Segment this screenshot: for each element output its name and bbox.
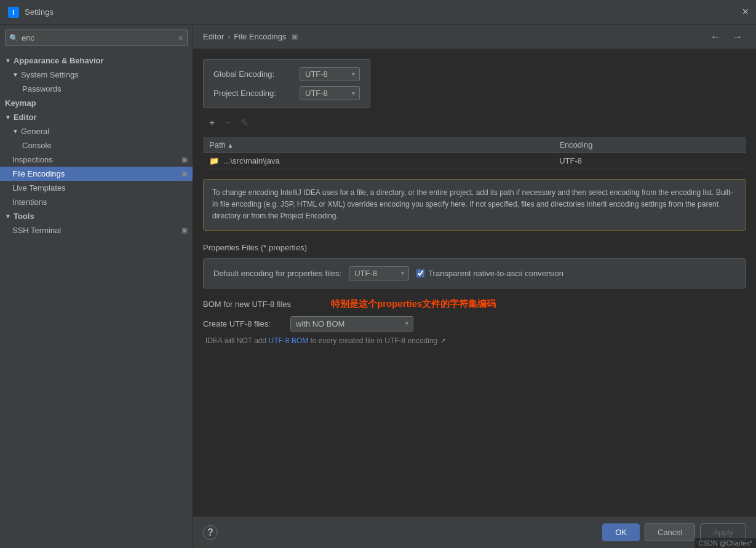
- properties-encoding-select-wrapper: UTF-8 UTF-16 ISO-8859-1: [349, 266, 409, 280]
- encoding-top-box: Global Encoding: UTF-8 UTF-16 ISO-8859-1…: [203, 59, 370, 108]
- csdn-watermark: CSDN @Charles*: [694, 538, 756, 548]
- sidebar-item-intentions[interactable]: Intentions: [0, 195, 193, 209]
- transparent-conversion-row: Transparent native-to-ascii conversion: [416, 269, 563, 278]
- edit-button[interactable]: ✎: [237, 116, 252, 130]
- bom-info-arrow: ↗: [440, 336, 446, 345]
- back-button[interactable]: ←: [707, 30, 724, 44]
- search-input[interactable]: [5, 30, 188, 46]
- sidebar-item-label: Tools: [14, 212, 34, 221]
- bom-select-wrapper: with NO BOM with BOM: [290, 316, 413, 332]
- sidebar-item-label: Keymap: [5, 98, 36, 108]
- sidebar-item-tools[interactable]: ▼ Tools: [0, 209, 193, 223]
- chevron-icon: ▼: [5, 57, 11, 64]
- project-encoding-select-wrapper: UTF-8 UTF-16 ISO-8859-1: [300, 86, 360, 100]
- global-encoding-label: Global Encoding:: [213, 69, 300, 79]
- annotation-text: 特别是这个properties文件的字符集编码: [331, 298, 496, 309]
- file-encoding-cell: UTF-8: [553, 153, 746, 169]
- close-button[interactable]: ×: [742, 6, 749, 18]
- path-column-header[interactable]: Path: [203, 137, 553, 153]
- panel-content: Global Encoding: UTF-8 UTF-16 ISO-8859-1…: [193, 49, 756, 516]
- sidebar-item-passwords[interactable]: Passwords: [0, 82, 193, 96]
- search-box: 🔍 ×: [5, 30, 188, 46]
- sidebar-item-ssh-terminal[interactable]: SSH Terminal ▣: [0, 223, 193, 237]
- default-encoding-label: Default encoding for properties files:: [213, 269, 341, 278]
- sidebar-item-label: Inspections: [12, 155, 53, 164]
- sidebar-item-inspections[interactable]: Inspections ▣: [0, 153, 193, 167]
- sidebar-item-label: System Settings: [21, 70, 79, 79]
- bom-section-title: BOM for new UTF-8 files 特别是这个properties文…: [203, 298, 746, 310]
- bom-select[interactable]: with NO BOM with BOM: [290, 316, 413, 332]
- bottom-bar: ? OK Cancel Apply: [193, 516, 756, 548]
- cancel-button[interactable]: Cancel: [645, 523, 695, 541]
- chevron-icon: ▼: [5, 114, 11, 121]
- sidebar-item-general[interactable]: ▼ General: [0, 124, 193, 138]
- transparent-conversion-checkbox[interactable]: [416, 269, 424, 277]
- toolbar-buttons: + − ✎: [203, 116, 746, 130]
- sidebar-item-editor[interactable]: ▼ Editor: [0, 110, 193, 124]
- info-text: To change encoding IntelliJ IDEA uses fo…: [212, 188, 733, 220]
- sidebar-item-label: Live Templates: [12, 183, 65, 193]
- sidebar-item-label: Appearance & Behavior: [14, 56, 104, 65]
- clear-search-icon[interactable]: ×: [178, 33, 183, 43]
- bom-info-link[interactable]: UTF-8 BOM: [268, 336, 308, 345]
- sidebar-item-keymap[interactable]: Keymap: [0, 96, 193, 110]
- ok-button[interactable]: OK: [602, 523, 640, 541]
- sidebar-item-label: General: [21, 127, 49, 136]
- bom-info-text2: to every created file in UTF-8 encoding: [308, 336, 437, 345]
- add-button[interactable]: +: [205, 116, 218, 130]
- bom-info-text1: IDEA will NOT add: [205, 336, 268, 345]
- ssh-badge: ▣: [181, 226, 188, 234]
- sidebar-item-console[interactable]: Console: [0, 138, 193, 153]
- nav-arrows: ← →: [707, 30, 746, 44]
- breadcrumb-separator: ›: [228, 32, 230, 41]
- project-encoding-select[interactable]: UTF-8 UTF-16 ISO-8859-1: [300, 86, 360, 100]
- properties-section: Properties Files (*.properties) Default …: [203, 243, 746, 288]
- bom-title-text: BOM for new UTF-8 files: [203, 300, 291, 309]
- sidebar-item-system-settings[interactable]: ▼ System Settings: [0, 68, 193, 82]
- file-path-value: ...\src\main\java: [224, 156, 280, 165]
- create-utf8-label: Create UTF-8 files:: [203, 319, 283, 328]
- forward-button[interactable]: →: [729, 30, 746, 44]
- sidebar-item-label: Editor: [14, 113, 37, 122]
- breadcrumb-editor: Editor: [203, 32, 224, 41]
- help-button[interactable]: ?: [203, 525, 218, 540]
- app-icon: I: [7, 6, 20, 18]
- info-box: To change encoding IntelliJ IDEA uses fo…: [203, 179, 746, 231]
- title-bar: I Settings ×: [0, 0, 756, 25]
- sidebar-item-label: Passwords: [22, 84, 62, 93]
- chevron-icon: ▼: [12, 128, 18, 135]
- inspections-badge: ▣: [181, 156, 188, 164]
- properties-box: Default encoding for properties files: U…: [203, 258, 746, 288]
- properties-encoding-select[interactable]: UTF-8 UTF-16 ISO-8859-1: [349, 266, 409, 280]
- breadcrumb: Editor › File Encodings ▣: [203, 32, 298, 41]
- breadcrumb-file-encodings: File Encodings: [234, 32, 286, 41]
- sidebar-item-file-encodings[interactable]: File Encodings ▣: [0, 167, 193, 181]
- sidebar-item-appearance-behavior[interactable]: ▼ Appearance & Behavior: [0, 54, 193, 68]
- svg-text:I: I: [12, 9, 14, 16]
- global-encoding-select-wrapper: UTF-8 UTF-16 ISO-8859-1: [300, 67, 360, 81]
- sidebar-item-label: Intentions: [12, 197, 47, 207]
- main-panel: Editor › File Encodings ▣ ← → Global Enc…: [193, 25, 756, 548]
- bom-info: IDEA will NOT add UTF-8 BOM to every cre…: [203, 336, 746, 345]
- file-encodings-badge: ▣: [181, 170, 188, 178]
- transparent-conversion-label: Transparent native-to-ascii conversion: [428, 269, 563, 278]
- sidebar-item-label: SSH Terminal: [12, 226, 61, 235]
- folder-icon: 📁: [209, 156, 219, 165]
- remove-button[interactable]: −: [221, 116, 234, 130]
- sidebar-item-live-templates[interactable]: Live Templates: [0, 181, 193, 195]
- chevron-icon: ▼: [12, 71, 18, 78]
- nav-tree: ▼ Appearance & Behavior ▼ System Setting…: [0, 51, 193, 240]
- panel-header: Editor › File Encodings ▣ ← →: [193, 25, 756, 49]
- breadcrumb-config-icon: ▣: [292, 33, 298, 41]
- project-encoding-label: Project Encoding:: [213, 89, 300, 98]
- sidebar-item-label: File Encodings: [12, 169, 65, 178]
- project-encoding-row: Project Encoding: UTF-8 UTF-16 ISO-8859-…: [213, 86, 360, 100]
- encoding-column-header[interactable]: Encoding: [553, 137, 746, 153]
- chevron-icon: ▼: [5, 213, 11, 220]
- file-path-cell: 📁 ...\src\main\java: [203, 153, 553, 169]
- table-row[interactable]: 📁 ...\src\main\java UTF-8: [203, 153, 746, 169]
- global-encoding-select[interactable]: UTF-8 UTF-16 ISO-8859-1: [300, 67, 360, 81]
- search-icon: 🔍: [9, 34, 18, 42]
- bom-create-row: Create UTF-8 files: with NO BOM with BOM: [203, 316, 746, 332]
- global-encoding-row: Global Encoding: UTF-8 UTF-16 ISO-8859-1: [213, 67, 360, 81]
